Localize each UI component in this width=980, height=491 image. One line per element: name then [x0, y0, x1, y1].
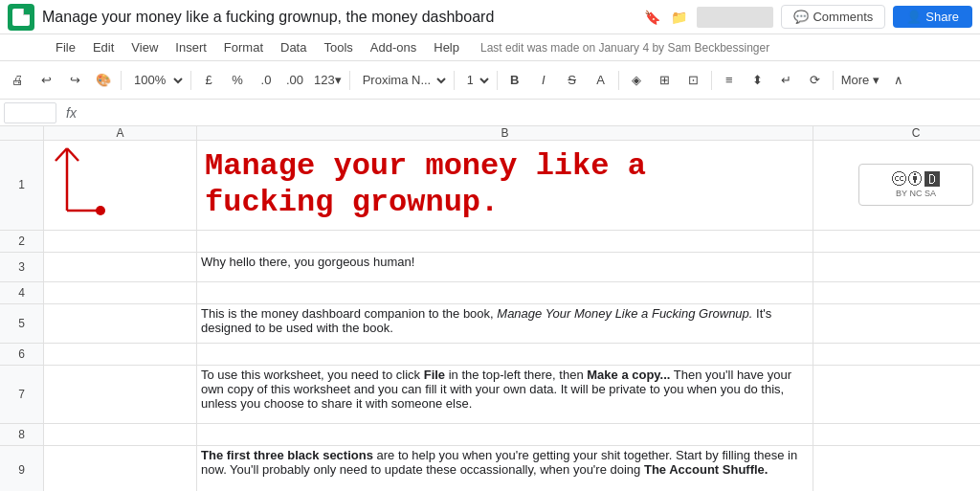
more-toolbar-button[interactable]: More ▾	[837, 67, 883, 94]
user-avatar	[697, 7, 773, 28]
row-header-spacer	[0, 126, 44, 140]
vertical-align-button[interactable]: ⬍	[745, 67, 771, 94]
divider-2	[190, 71, 191, 90]
comments-button[interactable]: 💬 Comments	[781, 5, 885, 29]
italic-button[interactable]: I	[530, 67, 557, 94]
folder-icon[interactable]: 📁	[668, 7, 689, 28]
bold-button[interactable]: B	[501, 67, 528, 94]
column-headers: A B C	[0, 126, 980, 141]
cell-a3[interactable]	[44, 253, 197, 281]
row-number-5[interactable]: 5	[0, 304, 44, 343]
divider-8	[833, 71, 834, 90]
cell-b1[interactable]: Manage your money like afucking grownup.	[197, 141, 813, 230]
row9-text: The first three black sections are to he…	[201, 448, 809, 477]
cell-b6[interactable]	[197, 344, 813, 365]
formula-input[interactable]	[86, 105, 976, 120]
divider-3	[349, 71, 350, 90]
cell-b3[interactable]: Why hello there, you gorgeous human!	[197, 253, 813, 281]
fill-color-button[interactable]: ◈	[623, 67, 650, 94]
divider-6	[618, 71, 619, 90]
formula-bar: fx	[0, 100, 980, 126]
cell-b8[interactable]	[197, 424, 813, 445]
cell-c4[interactable]	[813, 282, 980, 303]
bookmark-icon[interactable]: 🔖	[641, 7, 662, 28]
decimal-decrease-button[interactable]: .0	[253, 67, 279, 94]
menu-data[interactable]: Data	[273, 38, 314, 56]
menu-tools[interactable]: Tools	[316, 38, 360, 56]
toolbar: 🖨 ↩ ↪ 🎨 100% £ % .0 .00 123▾ Proxima N..…	[0, 61, 980, 100]
borders-button[interactable]: ⊞	[652, 67, 679, 94]
print-button[interactable]: 🖨	[4, 67, 31, 94]
cell-c7[interactable]	[813, 366, 980, 423]
menu-file[interactable]: File	[48, 38, 83, 56]
row-number-6[interactable]: 6	[0, 344, 44, 365]
cell-b2[interactable]	[197, 231, 813, 252]
cell-a2[interactable]	[44, 231, 197, 252]
cell-c9[interactable]	[813, 446, 980, 491]
cell-b4[interactable]	[197, 282, 813, 303]
cell-c6[interactable]	[813, 344, 980, 365]
font-size-select[interactable]: 10	[458, 68, 493, 93]
merge-button[interactable]: ⊡	[680, 67, 707, 94]
menu-addons[interactable]: Add-ons	[363, 38, 424, 56]
col-header-a[interactable]: A	[44, 126, 197, 140]
col-header-c[interactable]: C	[813, 126, 980, 140]
format-more-button[interactable]: 123▾	[310, 67, 345, 94]
currency-button[interactable]: £	[195, 67, 222, 94]
cell-a9[interactable]	[44, 446, 197, 491]
cell-c2[interactable]	[813, 231, 980, 252]
row-number-3[interactable]: 3	[0, 253, 44, 281]
menu-insert[interactable]: Insert	[167, 38, 214, 56]
cell-a6[interactable]	[44, 344, 197, 365]
cell-c1[interactable]: 🅭🅯🅳 BY NC SA	[813, 141, 980, 230]
zoom-select[interactable]: 100%	[125, 68, 187, 93]
menu-view[interactable]: View	[123, 38, 166, 56]
undo-button[interactable]: ↩	[33, 67, 59, 94]
cell-c8[interactable]	[813, 424, 980, 445]
cell-c5[interactable]	[813, 304, 980, 343]
cell-a7[interactable]	[44, 366, 197, 423]
font-family-select[interactable]: Proxima N...	[354, 68, 450, 93]
align-left-button[interactable]: ≡	[716, 67, 743, 94]
row3-text: Why hello there, you gorgeous human!	[201, 255, 414, 269]
strikethrough-button[interactable]: S	[559, 67, 586, 94]
table-row: 8	[0, 424, 980, 446]
row-number-8[interactable]: 8	[0, 424, 44, 445]
cell-a1[interactable]	[44, 141, 197, 230]
menu-edit[interactable]: Edit	[85, 38, 122, 56]
cell-b9[interactable]: The first three black sections are to he…	[197, 446, 813, 491]
share-icon: 👤	[906, 10, 922, 24]
cell-a5[interactable]	[44, 304, 197, 343]
menu-format[interactable]: Format	[216, 38, 271, 56]
cell-a8[interactable]	[44, 424, 197, 445]
last-edit-info: Last edit was made on January 4 by Sam B…	[480, 41, 769, 55]
table-row: 9 The first three black sections are to …	[0, 446, 980, 491]
text-color-button[interactable]: A	[588, 67, 614, 94]
cell-a4[interactable]	[44, 282, 197, 303]
cell-b5[interactable]: This is the money dashboard companion to…	[197, 304, 813, 343]
share-button[interactable]: 👤 Share	[893, 6, 972, 28]
text-wrap-button[interactable]: ↵	[773, 67, 800, 94]
paint-format-button[interactable]: 🎨	[90, 67, 117, 94]
svg-point-4	[96, 206, 105, 215]
table-row: 2	[0, 231, 980, 253]
row-number-4[interactable]: 4	[0, 282, 44, 303]
row-number-1[interactable]: 1	[0, 141, 44, 230]
cell-c3[interactable]	[813, 253, 980, 281]
title-bar: Manage your money like a fucking grownup…	[0, 0, 980, 34]
table-row: 3 Why hello there, you gorgeous human!	[0, 253, 980, 282]
menu-help[interactable]: Help	[426, 38, 467, 56]
collapse-toolbar-button[interactable]: ∧	[885, 67, 912, 94]
divider-1	[121, 71, 122, 90]
row-number-9[interactable]: 9	[0, 446, 44, 491]
table-row: 7 To use this worksheet, you need to cli…	[0, 366, 980, 424]
col-header-b[interactable]: B	[197, 126, 813, 140]
redo-button[interactable]: ↪	[61, 67, 88, 94]
row-number-2[interactable]: 2	[0, 231, 44, 252]
percent-button[interactable]: %	[224, 67, 251, 94]
row-number-7[interactable]: 7	[0, 366, 44, 423]
text-rotation-button[interactable]: ⟳	[802, 67, 829, 94]
cell-b7[interactable]: To use this worksheet, you need to click…	[197, 366, 813, 423]
decimal-increase-button[interactable]: .00	[281, 67, 308, 94]
cell-reference-input[interactable]	[4, 102, 56, 123]
